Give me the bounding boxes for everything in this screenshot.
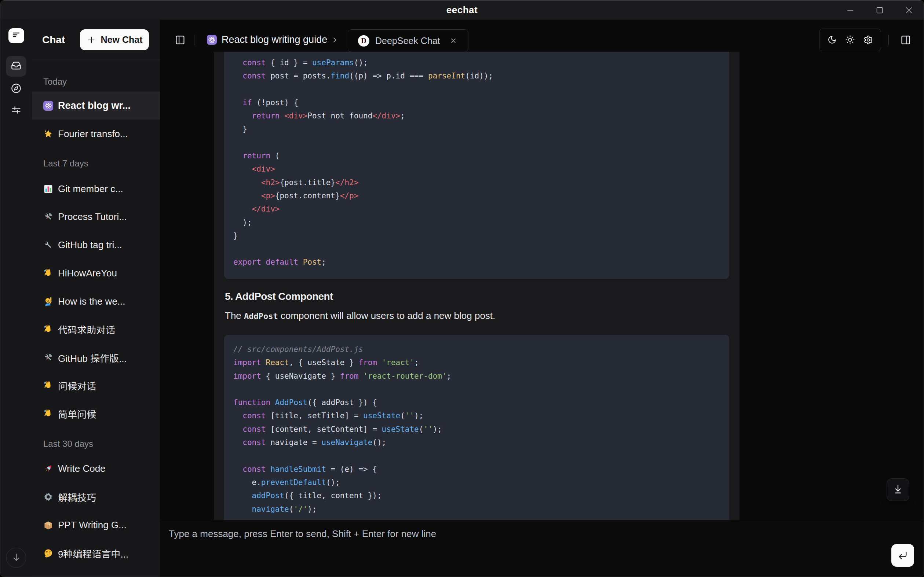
model-name: DeepSeek Chat <box>375 35 440 46</box>
code-line: </div> <box>224 202 729 216</box>
rail-discover-button[interactable] <box>6 79 26 99</box>
minimize-icon <box>846 6 855 15</box>
code-line: <p>{post.content}</p> <box>224 189 729 202</box>
code-line: return <div>Post not found</div>; <box>224 109 729 122</box>
conversation-title[interactable]: React blog writing guide <box>221 34 327 45</box>
chevron-right-icon <box>331 36 339 44</box>
think-icon <box>43 548 53 558</box>
code-line <box>224 449 729 462</box>
code-line: // src/components/AddPost.js <box>224 343 729 356</box>
toggle-sidebar-button[interactable] <box>171 31 190 50</box>
code-line: const [title, setTitle] = useState(''); <box>224 409 729 422</box>
conversation-item[interactable]: 9种编程语言中... <box>32 539 160 567</box>
message-input[interactable] <box>160 520 924 577</box>
composer <box>160 520 924 577</box>
conversation-title: 解耦技巧 <box>58 490 96 504</box>
code-line: } <box>224 122 729 135</box>
conversation-item[interactable]: GitHub 操作版... <box>32 343 160 371</box>
compass-icon <box>11 83 21 95</box>
conversation-item[interactable]: GitHub tag tri... <box>32 231 160 259</box>
code-line <box>224 383 729 396</box>
moon-icon <box>827 35 837 44</box>
conversation-item[interactable]: Write Code <box>32 455 160 482</box>
code-line: const handleSubmit = (e) => { <box>224 463 729 476</box>
conversation-title: 简单问候 <box>58 407 96 421</box>
maximize-button[interactable] <box>865 0 894 20</box>
conversation-item[interactable]: 代码求助对话 <box>32 315 160 343</box>
code-line: export default Post; <box>224 256 729 269</box>
model-selector[interactable]: D DeepSeek Chat <box>348 29 468 52</box>
conversation-item[interactable]: Process Tutori... <box>32 203 160 230</box>
app-body: Chat New Chat TodayReact blog wr...Fouri… <box>0 20 924 577</box>
conversation-item[interactable]: React blog wr... <box>32 92 160 119</box>
chat-scroll-area[interactable]: const { id } = useParams(); const post =… <box>160 52 924 520</box>
conversation-item[interactable]: How is the we... <box>32 287 160 315</box>
close-button[interactable] <box>894 0 924 20</box>
conversation-item[interactable]: Fourier transfo... <box>32 120 160 148</box>
scroll-to-bottom-button[interactable] <box>887 479 909 501</box>
conversation-group-label: Today <box>43 77 67 87</box>
titlebar: eechat <box>0 0 924 20</box>
maximize-icon <box>875 6 884 15</box>
model-remove-button[interactable] <box>450 37 457 44</box>
conversation-item[interactable]: 问候对话 <box>32 371 160 399</box>
app-title: eechat <box>0 0 924 20</box>
message-paragraph: The AddPost component will allow users t… <box>225 310 495 322</box>
code-block-post-component: const { id } = useParams(); const post =… <box>224 52 729 279</box>
package-icon <box>43 520 53 530</box>
code-line: const post = posts.find((p) => p.id === … <box>224 69 729 82</box>
toggle-right-panel-button[interactable] <box>896 31 915 50</box>
conversation-item[interactable]: 解耦技巧 <box>32 483 160 511</box>
new-chat-button[interactable]: New Chat <box>80 29 149 50</box>
new-chat-label: New Chat <box>101 34 143 45</box>
sliders-icon <box>11 105 21 116</box>
conversation-item[interactable]: PPT Writing G... <box>32 511 160 539</box>
conversation-title: GitHub tag tri... <box>58 239 122 251</box>
rail-scroll-down-button[interactable] <box>6 548 26 568</box>
code-line: addPost({ title, content }); <box>224 489 729 502</box>
inbox-icon <box>11 61 21 72</box>
conversation-group-label: Last 7 days <box>43 158 89 169</box>
panel-left-icon <box>175 35 185 45</box>
conversation-item[interactable]: 简单问候 <box>32 400 160 427</box>
model-avatar: D <box>358 35 369 47</box>
header-separator-right <box>888 35 889 45</box>
dark-mode-button[interactable] <box>823 31 841 49</box>
code-line: function AddPost({ addPost }) { <box>224 396 729 409</box>
settings-button[interactable] <box>859 31 877 49</box>
section-heading: 5. AddPost Component <box>225 291 333 303</box>
rail-preferences-button[interactable] <box>6 100 26 121</box>
conversation-title: HiHowAreYou <box>58 268 117 279</box>
conversation-title: Git member c... <box>58 183 123 195</box>
minimize-button[interactable] <box>835 0 865 20</box>
panel-right-icon <box>901 35 911 45</box>
main-header-right <box>819 28 924 52</box>
plus-icon <box>87 35 96 45</box>
raise-icon <box>43 297 53 306</box>
code-line <box>224 83 729 96</box>
light-mode-button[interactable] <box>841 31 859 49</box>
conversation-item[interactable]: Git member c... <box>32 175 160 203</box>
conversation-item[interactable]: HiHowAreYou <box>32 259 160 287</box>
conversation-title: Process Tutori... <box>58 211 127 222</box>
code-line: const { id } = useParams(); <box>224 56 729 69</box>
code-line: return ( <box>224 149 729 163</box>
send-button[interactable] <box>891 544 914 567</box>
rail-chats-button[interactable] <box>6 56 26 77</box>
conversation-list: TodayReact blog wr...Fourier transfo...L… <box>32 61 160 577</box>
atom-icon <box>208 36 216 44</box>
gear-icon <box>863 35 873 45</box>
conversation-title: 9种编程语言中... <box>58 546 128 560</box>
tools-icon <box>43 353 53 363</box>
conversation-icon <box>207 35 217 45</box>
assistant-message: const { id } = useParams(); const post =… <box>214 52 740 520</box>
conversation-title: PPT Writing G... <box>58 519 126 531</box>
main-panel: React blog writing guide D DeepSeek Chat <box>160 20 924 577</box>
sidebar-header: Chat New Chat <box>32 20 160 60</box>
app-logo-button[interactable] <box>8 28 24 43</box>
window-controls <box>835 0 924 20</box>
notes-icon <box>12 31 21 41</box>
wrench-icon <box>43 240 53 250</box>
header-separator <box>194 35 194 45</box>
rocket-icon <box>43 464 53 474</box>
